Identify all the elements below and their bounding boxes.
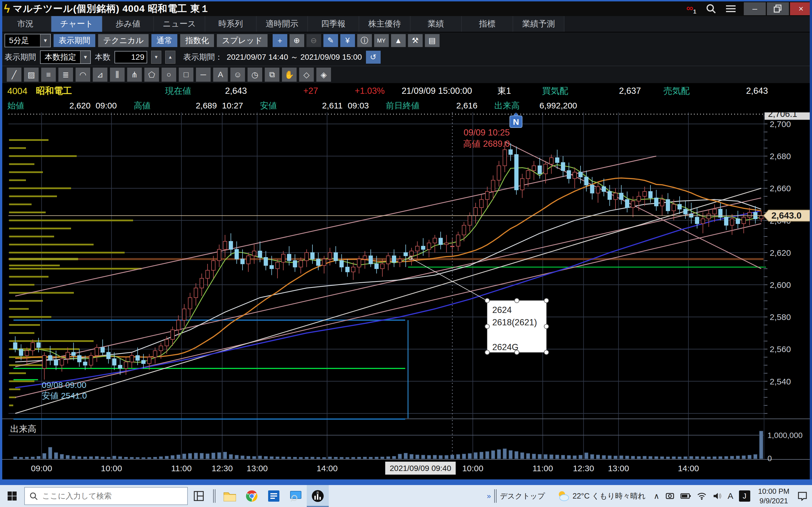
ellipse-tool-icon[interactable]: ○ xyxy=(161,68,176,82)
svg-text:09/08 09:00: 09/08 09:00 xyxy=(42,380,86,390)
taskbar-overflow-chevron[interactable]: » xyxy=(487,492,491,501)
index-button[interactable]: 指数化 xyxy=(180,34,214,47)
rectangle-tool-icon[interactable]: □ xyxy=(179,68,193,82)
volume-panel-label: 出来高 xyxy=(10,424,36,434)
restore-button[interactable] xyxy=(767,2,789,15)
period-mode-select[interactable]: 本数指定▼ xyxy=(40,50,91,64)
svg-text:安値 2541.0: 安値 2541.0 xyxy=(42,391,87,400)
zoom-out-icon[interactable]: ⊖ xyxy=(306,34,321,47)
svg-text:2,660: 2,660 xyxy=(770,184,791,193)
price-change: +27 xyxy=(303,86,318,96)
svg-text:2624: 2624 xyxy=(492,305,512,315)
remote-app-icon[interactable] xyxy=(285,485,307,507)
print-icon[interactable]: ▤ xyxy=(425,34,440,47)
taskbar-search[interactable] xyxy=(24,487,188,505)
start-button[interactable] xyxy=(0,485,24,507)
low-time: 09:03 xyxy=(348,101,369,110)
display-period-button[interactable]: 表示期間 xyxy=(54,34,95,47)
search-input[interactable] xyxy=(42,492,167,501)
yen-icon[interactable]: ¥ xyxy=(340,34,355,47)
vertical-lines-tool-icon[interactable]: ⫼ xyxy=(110,68,124,82)
time-marker-tool-icon[interactable]: ◷ xyxy=(248,68,262,82)
count-down-button[interactable]: ▼ xyxy=(151,51,161,64)
clock[interactable]: 10:00 PM 9/9/2021 xyxy=(758,487,790,506)
menu-icon[interactable] xyxy=(723,3,739,15)
ime-mode-a[interactable]: A xyxy=(728,491,733,501)
reset-period-button[interactable]: ↺ xyxy=(366,51,380,64)
spread-button[interactable]: スプレッド xyxy=(217,34,267,47)
bar-count-input[interactable]: 129 xyxy=(114,51,147,63)
wifi-icon[interactable] xyxy=(697,492,707,500)
tab-3[interactable]: ニュース xyxy=(154,16,205,32)
battery-icon[interactable] xyxy=(680,492,691,500)
text-tool-icon[interactable]: A xyxy=(213,68,228,82)
ime-mode-j[interactable]: J xyxy=(739,490,750,502)
two-hline-tool-icon[interactable]: ≡ xyxy=(41,68,56,82)
area-chart-icon[interactable]: ▲ xyxy=(391,34,406,47)
weather-icon[interactable] xyxy=(556,490,570,502)
explorer-icon[interactable] xyxy=(219,485,241,507)
icon-stamp-tool-icon[interactable]: ☺ xyxy=(231,68,245,82)
window-title: マルチツール(個別銘柄) 4004 昭和電工 東１ xyxy=(13,2,210,15)
close-button[interactable]: × xyxy=(790,2,812,15)
normal-button[interactable]: 通常 xyxy=(151,34,177,47)
svg-text:12:30: 12:30 xyxy=(212,464,233,473)
pitchfork-tool-icon[interactable]: ⋔ xyxy=(127,68,142,82)
minimize-button[interactable]: – xyxy=(744,2,766,15)
weather-text[interactable]: 22°C くもり時々晴れ xyxy=(573,491,646,501)
info-icon[interactable]: ⓘ xyxy=(357,34,372,47)
tab-10[interactable]: 業績予測 xyxy=(513,16,564,32)
chrome-icon[interactable] xyxy=(241,485,263,507)
my-chart-icon[interactable]: MY xyxy=(374,34,389,47)
svg-text:09:00: 09:00 xyxy=(31,464,52,473)
pentagon-tool-icon[interactable]: ⬠ xyxy=(144,68,159,82)
task-view-button[interactable] xyxy=(188,485,210,507)
copy-tool-icon[interactable]: ⧉ xyxy=(265,68,280,82)
tab-8[interactable]: 業績 xyxy=(410,16,462,32)
pencil-icon[interactable]: ✎ xyxy=(323,34,338,47)
tab-2[interactable]: 歩み値 xyxy=(103,16,154,32)
tab-0[interactable]: 市況 xyxy=(0,16,51,32)
svg-text:N: N xyxy=(513,117,519,126)
trendline-tool-icon[interactable]: ╱ xyxy=(7,68,21,82)
hand-tool-icon[interactable]: ✋ xyxy=(282,68,297,82)
technical-button[interactable]: テクニカル xyxy=(98,34,149,47)
eraser-all-tool-icon[interactable]: ◈ xyxy=(316,68,331,82)
camera-tray-icon[interactable] xyxy=(665,492,675,500)
volume-value: 6,992,200 xyxy=(539,101,577,110)
svg-text:10:00: 10:00 xyxy=(462,464,483,473)
price-chart[interactable]: 2,7002,6802,6602,6402,6202,6002,5802,560… xyxy=(2,112,812,480)
zoom-in-icon[interactable]: ⊕ xyxy=(290,34,304,47)
high-price: 2,689 xyxy=(196,101,217,110)
search-icon[interactable] xyxy=(703,3,719,15)
chart-area[interactable]: 2,7002,6802,6602,6402,6202,6002,5802,560… xyxy=(2,112,812,480)
marketspeed-app-icon[interactable]: R xyxy=(307,485,329,507)
svg-text:R: R xyxy=(317,491,319,494)
mail-app-icon[interactable] xyxy=(263,485,285,507)
svg-text:10:00: 10:00 xyxy=(101,464,122,473)
speaker-icon[interactable] xyxy=(712,492,722,500)
tab-9[interactable]: 指標 xyxy=(462,16,513,32)
link-group-icon[interactable]: ∞1 xyxy=(683,3,699,15)
prev-close: 2,616 xyxy=(456,101,477,110)
fan-line-tool-icon[interactable]: ⊿ xyxy=(93,68,107,82)
tab-6[interactable]: 四季報 xyxy=(308,16,359,32)
fibonacci-arc-tool-icon[interactable]: ◠ xyxy=(75,68,90,82)
action-center-icon[interactable] xyxy=(797,491,808,501)
tab-1[interactable]: チャート xyxy=(51,16,103,32)
desktop-toolbar-label[interactable]: デスクトップ xyxy=(500,491,545,501)
segment-tool-icon[interactable]: ─ xyxy=(196,68,211,82)
count-up-button[interactable]: ▲ xyxy=(165,51,175,64)
multi-hline-tool-icon[interactable]: ≣ xyxy=(58,68,73,82)
svg-text:2,643.0: 2,643.0 xyxy=(771,210,802,221)
stock-code: 4004 xyxy=(7,86,28,96)
tab-7[interactable]: 株主優待 xyxy=(359,16,410,32)
tab-5[interactable]: 適時開示 xyxy=(257,16,308,32)
interval-select[interactable]: 5分足▼ xyxy=(4,34,51,47)
eraser-tool-icon[interactable]: ◇ xyxy=(299,68,314,82)
crosshair-icon[interactable]: ＋ xyxy=(273,34,287,47)
wrench-icon[interactable]: ⚒ xyxy=(408,34,423,47)
hatch-line-tool-icon[interactable]: ▨ xyxy=(24,68,39,82)
tab-4[interactable]: 時系列 xyxy=(205,16,257,32)
hidden-icons-chevron[interactable]: ∧ xyxy=(654,492,659,501)
